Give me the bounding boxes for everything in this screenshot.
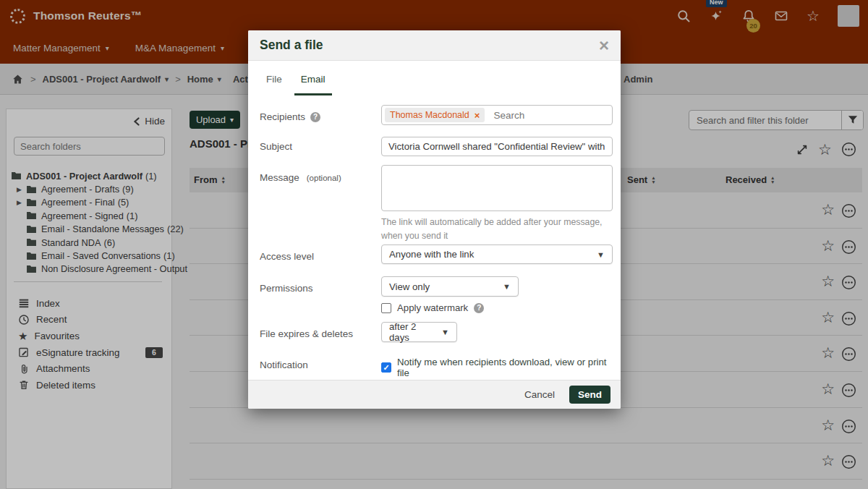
permissions-select[interactable]: View only▼ <box>381 276 519 297</box>
expiry-select[interactable]: after 2 days▼ <box>381 322 457 342</box>
send-button[interactable]: Send <box>569 386 610 404</box>
send-file-modal: Send a file × File Email Recipients ? Th… <box>248 30 621 409</box>
access-level-select[interactable]: Anyone with the link▼ <box>381 244 613 264</box>
recipient-chip: Thomas Macdonald × <box>385 108 485 122</box>
chevron-down-icon: ▼ <box>503 282 511 291</box>
recipients-label: Recipients ? <box>260 111 320 122</box>
remove-recipient-icon[interactable]: × <box>475 110 480 121</box>
notify-label: Notify me when recipients download, view… <box>397 357 621 378</box>
access-level-label: Access level <box>260 251 314 262</box>
modal-header: Send a file × <box>248 30 621 61</box>
apply-watermark-checkbox[interactable] <box>381 303 391 313</box>
recipients-input[interactable]: Thomas Macdonald × Search <box>381 105 613 125</box>
apply-watermark-label: Apply watermark <box>397 302 468 313</box>
modal-footer: Cancel Send <box>248 380 621 409</box>
notify-checkbox[interactable]: ✓ <box>381 362 391 373</box>
help-icon[interactable]: ? <box>310 112 320 122</box>
expiry-label: File expires & deletes <box>260 328 353 339</box>
close-icon[interactable]: × <box>599 38 609 53</box>
notification-label: Notification <box>260 360 308 370</box>
help-icon[interactable]: ? <box>474 303 484 313</box>
chevron-down-icon: ▼ <box>597 250 605 259</box>
modal-tabs: File Email <box>260 74 332 95</box>
chevron-down-icon: ▼ <box>441 328 449 336</box>
subject-label: Subject <box>260 141 292 152</box>
tab-email[interactable]: Email <box>294 74 332 95</box>
apply-watermark-row: Apply watermark ? <box>381 302 484 313</box>
recipients-placeholder: Search <box>493 110 524 121</box>
message-label: Message(optional) <box>260 172 341 183</box>
message-textarea[interactable] <box>381 165 613 211</box>
tab-file[interactable]: File <box>260 74 289 95</box>
modal-title: Send a file <box>260 38 599 53</box>
notification-row: ✓ Notify me when recipients download, vi… <box>381 357 621 378</box>
message-helper-text: The link will automatically be added aft… <box>381 216 613 243</box>
cancel-button[interactable]: Cancel <box>524 389 555 400</box>
permissions-label: Permissions <box>260 283 313 294</box>
subject-input[interactable] <box>381 137 613 156</box>
